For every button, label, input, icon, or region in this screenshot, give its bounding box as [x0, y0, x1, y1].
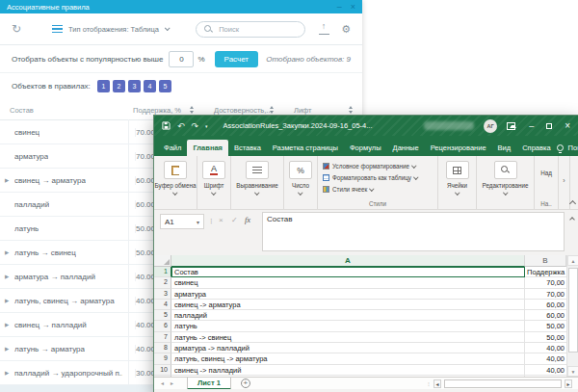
- row-number[interactable]: 1: [154, 267, 171, 277]
- name-box-dropdown-icon[interactable]: ▾: [197, 219, 199, 225]
- prev-sheet-icon[interactable]: ◄: [160, 380, 165, 386]
- confirm-entry-icon[interactable]: ✓: [231, 216, 238, 224]
- expand-icon[interactable]: ▶: [5, 322, 9, 327]
- name-box[interactable]: A1 ▾: [160, 214, 204, 229]
- chevron-down-icon[interactable]: [165, 25, 171, 31]
- app-minimize-button[interactable]: –: [337, 1, 342, 13]
- avatar[interactable]: АГ: [484, 119, 497, 133]
- rule-size-4-button[interactable]: 4: [144, 80, 156, 92]
- search-input[interactable]: [219, 25, 296, 34]
- expand-icon[interactable]: ▶: [5, 298, 9, 303]
- font-group[interactable]: А Шрифт: [197, 156, 231, 209]
- hscroll-left-icon[interactable]: ◄: [434, 379, 441, 388]
- expand-icon[interactable]: ▶: [5, 370, 9, 376]
- tabbar-resize-handle[interactable]: ⁝: [428, 380, 431, 387]
- row-number[interactable]: 10: [154, 365, 171, 376]
- cell-b[interactable]: 50,00: [525, 332, 566, 343]
- ribbon-tab-view[interactable]: Вид: [492, 140, 517, 156]
- cell-b[interactable]: 60,00: [525, 310, 566, 321]
- cell-styles-button[interactable]: Стили ячеек: [323, 183, 374, 195]
- cell-b[interactable]: 40,00: [525, 343, 566, 353]
- undo-icon[interactable]: ↶: [177, 121, 185, 131]
- gear-icon[interactable]: ⚙: [341, 24, 351, 35]
- alignment-group[interactable]: Выравнивание: [231, 156, 284, 209]
- ribbon-tab-insert[interactable]: Вставка: [228, 140, 267, 156]
- cell-b[interactable]: 60,00: [525, 300, 566, 310]
- row-number[interactable]: 9: [154, 353, 171, 364]
- cell-b[interactable]: 50,00: [525, 321, 566, 331]
- ribbon-overflow-strip[interactable]: ›: [559, 156, 570, 209]
- scroll-up-icon[interactable]: ▲: [567, 255, 578, 266]
- add-sheet-button[interactable]: +: [241, 379, 250, 388]
- format-as-table-button[interactable]: Форматировать как таблицу: [323, 171, 417, 183]
- cell-b[interactable]: 40,00: [525, 353, 566, 364]
- excel-maximize-button[interactable]: [546, 123, 552, 129]
- formula-input[interactable]: Состав: [262, 212, 565, 251]
- save-icon[interactable]: [162, 121, 171, 130]
- refresh-icon[interactable]: ↻: [12, 23, 21, 35]
- row-number[interactable]: 6: [154, 321, 171, 331]
- cell-b[interactable]: 40,00: [525, 365, 566, 376]
- popularity-threshold-input[interactable]: [169, 51, 194, 67]
- conditional-formatting-button[interactable]: Условное форматирование: [323, 160, 416, 171]
- ribbon-tab-review[interactable]: Рецензирование: [425, 140, 492, 156]
- search-box[interactable]: [196, 21, 305, 38]
- customize-qat-icon[interactable]: ▾: [205, 121, 208, 131]
- ribbon-display-options-icon[interactable]: [507, 122, 515, 130]
- vertical-scrollbar[interactable]: ▲ ▼: [566, 255, 578, 377]
- redo-icon[interactable]: ↷: [192, 121, 199, 131]
- expand-icon[interactable]: ▶: [5, 249, 9, 255]
- hscroll-right-icon[interactable]: ►: [565, 379, 572, 388]
- cell-a[interactable]: арматура -> палладий: [171, 343, 525, 353]
- cell-a[interactable]: латунь -> свинец: [171, 332, 525, 343]
- scroll-down-icon[interactable]: ▼: [567, 366, 578, 377]
- cell-a[interactable]: латунь: [171, 321, 525, 331]
- ribbon-tab-help[interactable]: Справка: [516, 140, 556, 156]
- rule-size-5-button[interactable]: 5: [159, 80, 171, 92]
- cell-a[interactable]: свинец -> арматура: [171, 300, 525, 310]
- insert-function-icon[interactable]: fx: [245, 215, 250, 224]
- row-number[interactable]: 5: [154, 310, 171, 321]
- row-number[interactable]: 3: [154, 289, 171, 300]
- rule-size-1-button[interactable]: 1: [97, 80, 110, 92]
- cancel-entry-icon[interactable]: ×: [219, 216, 223, 224]
- cell-a[interactable]: свинец: [171, 277, 525, 288]
- cell-a[interactable]: арматура: [171, 289, 525, 300]
- cell-a[interactable]: латунь, свинец -> арматура: [171, 353, 525, 364]
- cell-b[interactable]: Поддержка: [525, 267, 566, 277]
- next-sheet-icon[interactable]: ►: [170, 380, 174, 386]
- display-type-dropdown[interactable]: Тип отображения: Таблица: [68, 25, 159, 34]
- rule-size-2-button[interactable]: 2: [113, 80, 125, 92]
- cell-a1-selected[interactable]: Состав: [171, 267, 525, 277]
- clipboard-group[interactable]: Буфер обмена: [154, 156, 197, 209]
- export-icon[interactable]: [319, 24, 329, 35]
- expand-ribbon-icon[interactable]: ›: [563, 177, 565, 184]
- expand-icon[interactable]: ▶: [5, 274, 9, 279]
- app-close-button[interactable]: ×: [351, 1, 355, 13]
- ribbon-tab-data[interactable]: Данные: [387, 140, 425, 156]
- column-header-b[interactable]: B: [525, 255, 566, 267]
- support-sort-icon[interactable]: [190, 106, 194, 114]
- column-header-a[interactable]: A: [171, 255, 525, 267]
- horizontal-scrollbar[interactable]: [444, 379, 562, 388]
- rule-size-3-button[interactable]: 3: [128, 80, 141, 92]
- cell-a[interactable]: свинец -> палладий: [171, 365, 525, 376]
- editing-group[interactable]: Редактирование: [477, 156, 535, 209]
- cell-b[interactable]: 70,00: [525, 289, 566, 300]
- cells-group[interactable]: Ячейки: [438, 156, 477, 209]
- select-all-corner[interactable]: [154, 255, 171, 267]
- cell-a[interactable]: палладий: [171, 310, 525, 321]
- row-number[interactable]: 4: [154, 300, 171, 310]
- overflow-group[interactable]: Над На..: [535, 156, 559, 209]
- calculate-button[interactable]: Расчет: [215, 51, 258, 67]
- ribbon-tab-assistant[interactable]: Помощн: [568, 144, 578, 152]
- lift-sort-icon[interactable]: [349, 106, 353, 114]
- expand-icon[interactable]: ▶: [5, 177, 9, 183]
- row-number[interactable]: 2: [154, 277, 171, 288]
- ribbon-tab-home[interactable]: Главная: [187, 140, 228, 156]
- excel-close-button[interactable]: ×: [565, 120, 570, 131]
- collapse-formula-bar-icon[interactable]: [569, 217, 575, 222]
- row-number[interactable]: 8: [154, 343, 171, 353]
- confidence-sort-icon[interactable]: [270, 106, 274, 114]
- ribbon-tab-formulas[interactable]: Формулы: [344, 140, 387, 156]
